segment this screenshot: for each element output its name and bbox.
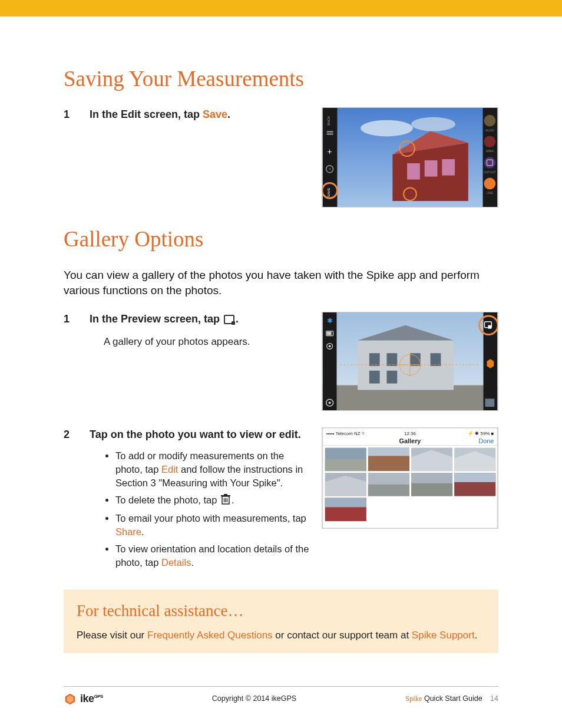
trash-icon: [221, 494, 230, 508]
svg-rect-76: [368, 485, 409, 496]
bullet-item: To view orientation and location details…: [115, 542, 311, 569]
step-bullets: To add or modify measurements on the pho…: [104, 449, 311, 569]
preview-screen-screenshot: ✱: [322, 312, 498, 411]
technical-assistance-box: For technical assistance… Please visit o…: [64, 589, 498, 653]
page-footer: ikeGPS Copyright © 2014 ikeGPS Spike Qui…: [64, 686, 498, 728]
section2-step-1: 1 In the Preview screen, tap . A gallery…: [64, 312, 498, 411]
techbox-heading: For technical assistance…: [77, 600, 485, 622]
page-content: Saving Your Measurements 1 In the Edit s…: [0, 17, 562, 671]
svg-text:BACK: BACK: [327, 116, 330, 125]
status-time: 12:36: [404, 431, 416, 436]
bullet-item: To add or modify measurements on the pho…: [115, 449, 311, 490]
svg-point-1: [361, 120, 413, 137]
edit-screen-screenshot: BACK + ? SAVE ALIGN AREA CUTOUT LINE: [322, 107, 498, 207]
section2-heading: Gallery Options: [64, 224, 498, 255]
svg-text:LINE: LINE: [487, 192, 494, 195]
svg-rect-5: [407, 163, 420, 180]
faq-link[interactable]: Frequently Asked Questions: [147, 630, 273, 641]
section2-intro: You can view a gallery of the photos you…: [64, 268, 498, 299]
bullet-item: To delete the photo, tap .: [115, 493, 311, 508]
gallery-grid-screenshot: ••••• Telecom NZ ᯤ 12:36 ⚡ ✱ 59% ■ Galle…: [322, 427, 498, 529]
svg-rect-6: [425, 160, 438, 177]
bullet-item: To email your photo with measurements, t…: [115, 512, 311, 539]
step-number: 1: [64, 108, 70, 120]
svg-rect-12: [327, 131, 333, 132]
svg-rect-46: [327, 331, 332, 335]
step-subtext: A gallery of your photos appears.: [104, 335, 311, 349]
svg-rect-82: [325, 498, 366, 507]
svg-rect-34: [386, 353, 397, 366]
svg-text:CUTOUT: CUTOUT: [484, 170, 495, 173]
svg-rect-66: [325, 459, 366, 471]
svg-rect-54: [488, 325, 491, 329]
svg-point-2: [411, 117, 455, 131]
svg-point-50: [329, 401, 331, 404]
svg-point-24: [484, 157, 496, 169]
svg-point-27: [484, 177, 496, 189]
svg-rect-58: [221, 495, 230, 496]
svg-point-48: [329, 345, 331, 347]
svg-rect-59: [224, 494, 227, 495]
svg-text:?: ?: [329, 167, 331, 172]
svg-rect-36: [431, 353, 441, 366]
svg-rect-80: [454, 473, 495, 482]
step-number: 2: [64, 429, 70, 440]
copyright: Copyright © 2014 ikeGPS: [212, 694, 296, 704]
ike-hex-icon: [64, 693, 77, 706]
status-carrier: ••••• Telecom NZ ᯤ: [326, 431, 366, 436]
svg-text:SAVE: SAVE: [327, 187, 330, 196]
status-battery: ⚡ ✱ 59% ■: [468, 430, 494, 436]
section1-heading: Saving Your Measurements: [64, 64, 498, 94]
svg-text:AREA: AREA: [486, 150, 494, 153]
svg-rect-13: [327, 133, 333, 134]
step-number: 1: [64, 313, 70, 325]
gallery-title: Gallery: [399, 437, 421, 444]
done-button: Done: [478, 437, 494, 444]
svg-rect-7: [442, 159, 455, 176]
svg-rect-68: [368, 447, 409, 456]
footer-right: Spike Quick Start Guide 14: [405, 694, 498, 704]
logo-text: ikeGPS: [80, 691, 103, 706]
svg-rect-56: [485, 398, 494, 407]
step-title: In the Preview screen, tap .: [90, 312, 311, 327]
step-title: Tap on the photo you want to view or edi…: [90, 427, 311, 442]
svg-rect-43: [323, 312, 337, 410]
support-link[interactable]: Spike Support: [412, 630, 475, 641]
gallery-icon: [224, 315, 234, 324]
svg-rect-33: [369, 353, 380, 366]
svg-text:+: +: [328, 147, 332, 156]
svg-rect-78: [411, 483, 452, 496]
svg-rect-38: [386, 371, 397, 384]
section1-step-1: 1 In the Edit screen, tap Save.: [64, 107, 498, 207]
footer-logo: ikeGPS: [64, 691, 103, 706]
techbox-text: Please visit our Frequently Asked Questi…: [77, 628, 485, 643]
svg-text:ALIGN: ALIGN: [485, 129, 494, 131]
svg-text:✱: ✱: [327, 317, 333, 325]
step-title: In the Edit screen, tap Save.: [90, 107, 311, 122]
svg-point-20: [484, 115, 496, 127]
svg-point-22: [484, 136, 496, 147]
svg-rect-37: [369, 371, 380, 384]
section2-step-2: 2 Tap on the photo you want to view or e…: [64, 427, 498, 574]
top-accent-bar: [0, 0, 562, 17]
